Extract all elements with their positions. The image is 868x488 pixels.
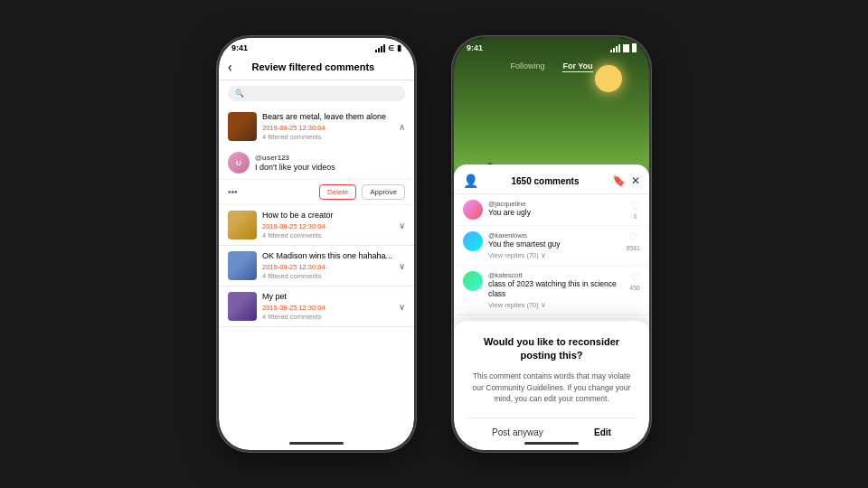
phone-2: 9:41 ∈ ▮ Following For You 👤 1650 commen [452, 36, 651, 452]
madison-title: OK Madison wins this one hahaha... [262, 251, 393, 262]
reconsider-title: Would you like to reconsiderposting this… [467, 335, 637, 363]
status-icons-1: ∈ ▮ [375, 43, 401, 52]
username-label: @user123 [255, 154, 405, 162]
creator-thumbnail [228, 211, 257, 239]
pet-info: My pet 2019-09-25 12:30:04 4 filtered co… [262, 292, 393, 321]
madison-thumbnail [228, 251, 257, 280]
text-kate: class of 2023 watching this in science c… [488, 279, 624, 299]
battery-icon-2: ▮ [632, 43, 637, 52]
madison-chevron[interactable]: ∨ [399, 261, 405, 271]
post-anyway-button[interactable]: Post anyway [492, 427, 543, 437]
like-kate: ♡ 456 [629, 271, 640, 291]
header-1: ‹ Review filtered comments [219, 54, 414, 80]
close-icon[interactable]: ✕ [631, 174, 640, 187]
screen-1: ‹ Review filtered comments 🔍 Bears are m… [219, 54, 414, 327]
bears-title: Bears are metal, leave them alone [262, 112, 393, 123]
status-bar-1: 9:41 ∈ ▮ [219, 38, 414, 54]
username-kate: @katescott [488, 271, 624, 279]
likes-ka: 456 [629, 285, 640, 291]
time-2: 9:41 [467, 43, 483, 52]
expanded-comment: U @user123 I don't like your videos [219, 146, 414, 180]
home-indicator-1 [289, 442, 344, 445]
text-jacqueline: You are ugly [488, 208, 625, 218]
reconsider-description: This comment contains words that may vio… [467, 371, 637, 405]
heart-icon-ka[interactable]: ♡ [630, 271, 640, 284]
status-bar-2: 9:41 ∈ ▮ [454, 38, 649, 54]
signal-icon [375, 44, 385, 52]
comment-jacqueline: @jacqueline You are ugly ♡ 0 [454, 194, 649, 226]
comment-body-kate: @katescott class of 2023 watching this i… [488, 271, 624, 309]
likes-j: 0 [634, 213, 637, 220]
bears-chevron-up[interactable]: ∧ [399, 122, 405, 132]
bears-video-header[interactable]: Bears are metal, leave them alone 2019-0… [219, 107, 414, 146]
comment-karen: @karenlowis You the smartest guy View re… [454, 226, 649, 266]
avatar-jacqueline [463, 200, 483, 220]
comments-header: 👤 1650 comments 🔖 ✕ [454, 164, 649, 194]
user-info: @user123 I don't like your videos [255, 154, 405, 172]
comments-count: 1650 comments [478, 176, 612, 186]
pet-filtered: 4 filtered comments [262, 313, 393, 321]
approve-button[interactable]: Approve [362, 184, 405, 200]
bears-video-item: Bears are metal, leave them alone 2019-0… [219, 107, 414, 205]
signal-icon-2 [610, 44, 620, 52]
pet-video-item[interactable]: My pet 2019-09-25 12:30:04 4 filtered co… [219, 286, 414, 327]
avatar-karen [463, 231, 483, 251]
header-action-icons: 🔖 ✕ [612, 174, 640, 187]
tab-for-you[interactable]: For You [562, 61, 592, 72]
tab-following[interactable]: Following [510, 61, 544, 72]
status-icons-2: ∈ ▮ [610, 43, 637, 52]
search-bar[interactable]: 🔍 [228, 86, 405, 101]
battery-icon: ▮ [397, 43, 401, 52]
bears-thumbnail [228, 112, 257, 141]
comment-kate: @katescott class of 2023 watching this i… [454, 266, 649, 315]
creator-title: How to be a creator [262, 211, 393, 221]
search-icon: 🔍 [235, 89, 244, 98]
like-jacqueline: ♡ 0 [630, 200, 640, 220]
heart-icon-j[interactable]: ♡ [630, 200, 640, 212]
pet-title: My pet [262, 292, 393, 303]
edit-button[interactable]: Edit [594, 427, 611, 437]
madison-date: 2019-09-25 12:30:04 [262, 263, 393, 271]
home-indicator-2 [524, 442, 579, 445]
comment-body-jacqueline: @jacqueline You are ugly [488, 200, 625, 218]
replies-kate[interactable]: View replies (70) ∨ [488, 301, 624, 309]
pet-chevron[interactable]: ∨ [399, 302, 405, 312]
reconsider-actions: Post anyway Edit [467, 418, 637, 437]
madison-video-item[interactable]: OK Madison wins this one hahaha... 2019-… [219, 246, 414, 286]
video-tab-bar: Following For You [454, 58, 649, 76]
time-1: 9:41 [231, 43, 248, 52]
likes-k: 9581 [626, 245, 640, 251]
creator-filtered: 4 filtered comments [262, 231, 393, 239]
comment-actions: ••• Delete Approve [219, 180, 414, 205]
phone-1: 9:41 ∈ ▮ ‹ Review filtered comments [217, 36, 416, 452]
avatar-kate [463, 271, 483, 291]
madison-filtered: 4 filtered comments [262, 272, 393, 280]
more-options-button[interactable]: ••• [228, 187, 238, 197]
bears-date: 2019-09-25 12:30:04 [262, 124, 393, 132]
person-icon: 👤 [463, 174, 478, 188]
heart-icon-k[interactable]: ♡ [628, 231, 638, 244]
wifi-icon: ∈ [388, 44, 394, 52]
delete-button[interactable]: Delete [319, 184, 356, 200]
reconsider-modal: Would you like to reconsiderposting this… [454, 321, 649, 450]
creator-chevron[interactable]: ∨ [399, 221, 405, 230]
user-avatar: U [228, 152, 250, 174]
bears-info: Bears are metal, leave them alone 2019-0… [262, 112, 393, 141]
comment-list: Bears are metal, leave them alone 2019-0… [219, 107, 414, 327]
comment-body-karen: @karenlowis You the smartest guy View re… [488, 231, 620, 259]
username-karen: @karenlowis [488, 231, 620, 239]
like-karen: ♡ 9581 [626, 231, 640, 251]
bookmark-icon[interactable]: 🔖 [612, 174, 626, 187]
comment-text: I don't like your videos [255, 163, 405, 172]
pet-date: 2019-09-25 12:30:04 [262, 304, 393, 312]
text-karen: You the smartest guy [488, 239, 620, 249]
page-title: Review filtered comments [240, 61, 387, 72]
bears-filtered: 4 filtered comments [262, 133, 393, 141]
comments-panel: 👤 1650 comments 🔖 ✕ @jacqueline You are … [454, 164, 649, 450]
creator-video-item[interactable]: How to be a creator 2019-09-25 12:30:04 … [219, 205, 414, 246]
back-button[interactable]: ‹ [228, 60, 232, 74]
username-jacqueline: @jacqueline [488, 200, 625, 208]
madison-info: OK Madison wins this one hahaha... 2019-… [262, 251, 393, 280]
creator-date: 2019-09-25 12:30:04 [262, 222, 393, 230]
replies-karen[interactable]: View replies (70) ∨ [488, 251, 620, 259]
